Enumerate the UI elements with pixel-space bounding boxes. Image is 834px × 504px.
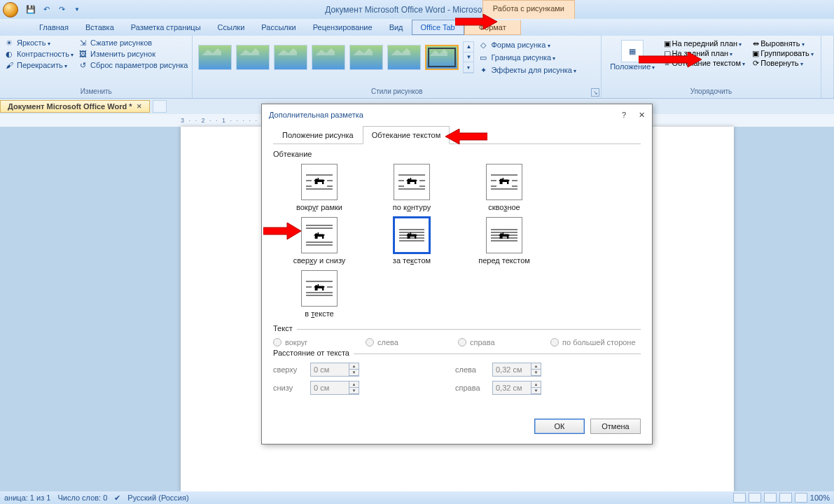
styles-launcher[interactable]: ↘ [591,88,599,97]
border-icon: ▭ [478,52,488,62]
tab-home[interactable]: Главная [31,20,77,34]
rotate-button[interactable]: ⟳Повернуть [751,58,814,68]
bring-front-icon: ▣ [662,38,672,48]
redo-icon[interactable]: ↷ [56,4,67,15]
new-tab-button[interactable] [153,100,167,113]
office-orb[interactable] [3,2,18,18]
annotation-arrow [455,14,497,34]
wrap-section-label: Обтекание [273,150,641,158]
status-zoom[interactable]: 100% [810,493,830,502]
document-tab[interactable]: Документ Microsoft Office Word * ✕ [0,100,150,113]
compress-button[interactable]: ⇲Сжатие рисунков [78,37,188,48]
wrap-option[interactable]: перед текстом [458,217,550,265]
change-pic-button[interactable]: 🖼Изменить рисунок [78,48,188,59]
brightness-icon: ☀ [4,38,14,48]
status-words: Число слов: 0 [57,493,107,502]
radio-left[interactable]: слева [366,338,458,346]
annotation-arrow [445,129,487,148]
picture-border-button[interactable]: ▭Граница рисунка [478,51,576,64]
text-section-label: Текст [273,324,297,332]
spinner-top[interactable]: 0 см▲▼ [310,363,359,377]
distance-section-label: Расстояние от текста [273,349,354,357]
spinner-bottom[interactable]: 0 см▲▼ [310,381,359,395]
tab-references[interactable]: Ссылки [209,20,253,34]
style-thumb[interactable] [274,45,307,70]
reset-icon: ↺ [78,60,88,70]
style-thumb[interactable] [349,45,383,70]
svg-marker-3 [263,223,301,239]
group-adjust-title: Изменить [4,86,188,97]
cancel-button[interactable]: Отмена [590,419,641,434]
wrap-option[interactable]: по контуру [366,164,458,211]
radio-right[interactable]: справа [458,338,550,346]
picture-shape-button[interactable]: ◇Форма рисунка [478,38,576,51]
style-thumb[interactable] [198,45,232,70]
annotation-arrow [263,223,301,244]
window-title: Документ Microsoft Office Word - Microso… [325,5,509,15]
spinner-left[interactable]: 0,32 см▲▼ [492,363,541,377]
compress-icon: ⇲ [78,38,88,48]
view-full-screen[interactable] [749,493,761,503]
style-thumb[interactable] [312,45,345,70]
advanced-layout-dialog: Дополнительная разметка ? ✕ Положение ри… [261,104,653,444]
style-thumb[interactable] [387,45,421,70]
close-icon[interactable]: ✕ [639,111,645,120]
bring-front-button[interactable]: ▣На передний план [662,38,746,48]
svg-marker-0 [455,14,497,29]
close-tab-icon[interactable]: ✕ [137,103,142,110]
recolor-icon: 🖌 [4,60,14,70]
save-icon[interactable]: 💾 [25,4,36,15]
group-button[interactable]: ▣Группировать [751,48,814,58]
annotation-arrow [639,52,702,71]
wrap-option[interactable]: вокруг рамки [273,164,366,211]
shape-icon: ◇ [478,40,488,50]
tab-layout[interactable]: Разметка страницы [123,20,209,34]
proofing-icon[interactable]: ✔ [114,493,120,503]
tab-review[interactable]: Рецензирование [305,20,381,34]
undo-icon[interactable]: ↶ [41,4,52,15]
view-draft[interactable] [795,493,807,503]
tab-picture-position[interactable]: Положение рисунка [273,126,363,144]
group-icon: ▣ [751,48,760,58]
brightness-button[interactable]: ☀Яркость [4,37,74,48]
status-page: аница: 1 из 1 [4,493,50,502]
wrap-option[interactable]: в тексте [273,270,366,318]
reset-pic-button[interactable]: ↺Сброс параметров рисунка [78,59,188,71]
contrast-icon: ◐ [4,49,14,59]
qat-more-icon[interactable]: ▼ [71,4,83,15]
ok-button[interactable]: ОК [534,419,585,434]
style-thumb[interactable] [236,45,270,70]
radio-largest[interactable]: по большей стороне [550,338,636,346]
align-icon: ⇹ [751,38,760,48]
view-outline[interactable] [779,493,792,503]
group-arrange-title: Упорядочить [606,86,816,97]
view-print-layout[interactable] [733,493,746,503]
align-button[interactable]: ⇹Выровнять [751,38,814,48]
status-lang[interactable]: Русский (Россия) [127,493,188,502]
recolor-button[interactable]: 🖌Перекрасить [4,59,74,71]
gallery-scroll[interactable]: ▲▼▾ [463,41,474,74]
tab-view[interactable]: Вид [381,20,412,34]
tab-mailings[interactable]: Рассылки [253,20,304,34]
view-web[interactable] [764,493,777,503]
style-thumb-selected[interactable] [425,45,459,70]
svg-marker-2 [445,129,487,144]
wrap-option[interactable]: сквозное [458,164,550,211]
help-icon[interactable]: ? [622,111,626,120]
rotate-icon: ⟳ [751,58,760,68]
effects-icon: ✦ [478,65,488,75]
dialog-title: Дополнительная разметка [269,111,363,119]
picture-effects-button[interactable]: ✦Эффекты для рисунка [478,64,576,76]
group-styles-title: Стили рисунков [197,86,597,97]
spinner-right[interactable]: 0,32 см▲▼ [492,381,541,395]
change-pic-icon: 🖼 [78,49,88,59]
wrap-option[interactable]: за текстом [366,217,458,265]
tab-text-wrapping[interactable]: Обтекание текстом [363,126,450,144]
picture-styles-gallery[interactable]: ▲▼▾ [197,37,475,78]
tab-insert[interactable]: Вставка [77,20,123,34]
contrast-button[interactable]: ◐Контрастность [4,48,74,59]
radio-around[interactable]: вокруг [273,338,366,346]
svg-marker-1 [639,52,702,67]
